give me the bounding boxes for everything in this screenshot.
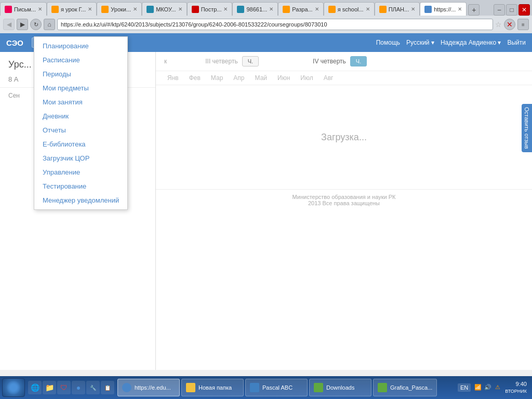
- tab-6[interactable]: 98661... ✕: [232, 2, 278, 16]
- help-link[interactable]: Помощь: [376, 39, 400, 46]
- month-jun[interactable]: Июн: [274, 73, 293, 83]
- menu-item-periods[interactable]: Периоды: [34, 67, 127, 81]
- clock-day: ВТОРНИК: [505, 388, 527, 395]
- address-input[interactable]: [57, 19, 493, 30]
- footer-copyright: 2013 Все права защищены: [160, 200, 528, 206]
- loading-text: Загрузка...: [321, 132, 367, 143]
- quarter-4-button[interactable]: Ч.: [350, 56, 367, 66]
- misc-icon-2[interactable]: 📋: [101, 381, 114, 394]
- goto-dropdown-menu: Планирование Расписание Периоды Мои пред…: [34, 52, 128, 210]
- back-button[interactable]: ◀: [3, 19, 15, 30]
- menu-item-my-lessons[interactable]: Мои занятия: [34, 95, 127, 109]
- tab-1[interactable]: Письм... ✕: [0, 2, 47, 16]
- quarter-3-label: III четверть: [205, 58, 237, 65]
- tab-4[interactable]: МКОУ... ✕: [142, 2, 187, 16]
- browser-menu-button[interactable]: ≡: [517, 19, 529, 30]
- user-dropdown[interactable]: Надежда Авдиенко: [441, 39, 501, 46]
- antivirus-icon[interactable]: 🛡: [57, 381, 71, 394]
- menu-item-schedule[interactable]: Расписание: [34, 53, 127, 67]
- menu-item-my-subjects[interactable]: Мои предметы: [34, 81, 127, 95]
- lang-indicator[interactable]: EN: [458, 383, 471, 392]
- month-bar: Янв Фев Мар Апр Май Июн Июл Авг: [156, 71, 532, 85]
- tab-10-close[interactable]: ✕: [458, 6, 462, 12]
- quarter-group-3: III четверть Ч.: [205, 56, 259, 66]
- quarter-4-label: IV четверть: [313, 58, 346, 65]
- site-logo[interactable]: СЭО: [6, 38, 23, 47]
- chrome-icon[interactable]: ●: [72, 381, 85, 394]
- taskbar-app-folder[interactable]: Новая папка: [181, 379, 244, 396]
- tab-5-favicon: [192, 6, 199, 13]
- taskbar-app-pascal[interactable]: Pascal ABC: [245, 379, 308, 396]
- tab-7[interactable]: Разра... ✕: [278, 2, 323, 16]
- menu-item-diary[interactable]: Дневник: [34, 109, 127, 123]
- forward-button[interactable]: ▶: [17, 19, 28, 30]
- month-may[interactable]: Май: [252, 73, 271, 83]
- start-button[interactable]: [2, 378, 25, 397]
- month-feb[interactable]: Фев: [186, 73, 204, 83]
- tab-8[interactable]: я school... ✕: [324, 2, 375, 16]
- tab-3-label: Уроки...: [111, 6, 131, 12]
- menu-item-elibrary[interactable]: Е-библиотека: [34, 137, 127, 151]
- tab-2-close[interactable]: ✕: [88, 6, 92, 12]
- tray-sound-icon: 🔊: [484, 383, 492, 392]
- quarter-selector: к III четверть Ч. IV четверть Ч.: [156, 52, 532, 71]
- taskbar-app-browser[interactable]: https://e.edu...: [117, 379, 180, 396]
- ie-icon[interactable]: 🌐: [28, 381, 42, 394]
- logout-link[interactable]: Выйти: [507, 39, 526, 46]
- taskbar-right: EN 📶 🔊 ⚠ 9:40 ВТОРНИК: [455, 380, 530, 395]
- tab-6-label: 98661...: [246, 6, 267, 12]
- tab-3[interactable]: Уроки... ✕: [97, 2, 142, 16]
- month-aug[interactable]: Авг: [321, 73, 337, 83]
- tray-icons: 📶 🔊 ⚠: [474, 383, 502, 392]
- lang-dropdown[interactable]: Русский: [406, 39, 434, 46]
- taskbar-app-pascal-label: Pascal ABC: [262, 384, 292, 391]
- menu-item-management[interactable]: Управление: [34, 165, 127, 179]
- start-icon: [6, 380, 21, 395]
- month-jan[interactable]: Янв: [164, 73, 182, 83]
- tab-2[interactable]: я урок Г... ✕: [47, 2, 97, 16]
- menu-item-reports[interactable]: Отчеты: [34, 123, 127, 137]
- taskbar: 🌐 📁 🛡 ● 🔧 📋 https://e.edu... Новая папка…: [0, 376, 532, 399]
- taskbar-app-grafica[interactable]: Grafica_Pasca...: [373, 379, 437, 396]
- month-mar[interactable]: Мар: [208, 73, 226, 83]
- taskbar-downloads-icon: [314, 383, 323, 392]
- stop-button[interactable]: ✕: [504, 19, 515, 30]
- tab-6-close[interactable]: ✕: [269, 6, 273, 12]
- close-window-button[interactable]: ✕: [518, 4, 530, 16]
- minimize-button[interactable]: –: [494, 4, 505, 16]
- tab-10-favicon: [424, 6, 432, 13]
- menu-item-testing[interactable]: Тестирование: [34, 179, 127, 193]
- month-apr[interactable]: Апр: [230, 73, 247, 83]
- maximize-button[interactable]: □: [506, 4, 517, 16]
- refresh-button[interactable]: ↻: [30, 19, 42, 30]
- tab-7-close[interactable]: ✕: [315, 6, 319, 12]
- bookmark-star-icon[interactable]: ☆: [495, 20, 502, 29]
- tab-10[interactable]: https://... ✕: [420, 2, 467, 16]
- quarter-3-button[interactable]: Ч.: [242, 56, 259, 66]
- tab-5-close[interactable]: ✕: [223, 6, 228, 12]
- misc-icon-1[interactable]: 🔧: [86, 381, 100, 394]
- tab-9[interactable]: ПЛАН... ✕: [375, 2, 420, 16]
- tab-5[interactable]: Постр... ✕: [187, 2, 233, 16]
- home-button[interactable]: ⌂: [44, 19, 55, 30]
- taskbar-app-downloads[interactable]: Downloads: [309, 379, 371, 396]
- tab-bar: Письм... ✕ я урок Г... ✕ Уроки... ✕ МКОУ…: [0, 0, 532, 16]
- tab-9-label: ПЛАН...: [389, 6, 409, 12]
- folder-icon[interactable]: 📁: [43, 381, 56, 394]
- menu-item-notifications[interactable]: Менеджер уведомлений: [34, 193, 127, 207]
- tab-3-close[interactable]: ✕: [133, 6, 137, 12]
- new-tab-button[interactable]: +: [468, 4, 480, 16]
- tab-6-favicon: [237, 6, 244, 13]
- tab-1-close[interactable]: ✕: [38, 6, 42, 12]
- tab-8-close[interactable]: ✕: [366, 6, 370, 12]
- taskbar-app-browser-label: https://e.edu...: [135, 384, 171, 391]
- tab-9-close[interactable]: ✕: [411, 6, 415, 12]
- browser-chrome: Письм... ✕ я урок Г... ✕ Уроки... ✕ МКОУ…: [0, 0, 532, 33]
- taskbar-grafica-icon: [378, 383, 387, 392]
- footer-org: Министерство образования и науки РК: [160, 194, 528, 200]
- month-jul[interactable]: Июл: [297, 73, 316, 83]
- feedback-button[interactable]: Оставить отзыв: [522, 104, 532, 152]
- menu-item-loader[interactable]: Загрузчик ЦОР: [34, 151, 127, 165]
- tab-4-close[interactable]: ✕: [178, 6, 182, 12]
- page-footer: Министерство образования и науки РК 2013…: [156, 189, 532, 210]
